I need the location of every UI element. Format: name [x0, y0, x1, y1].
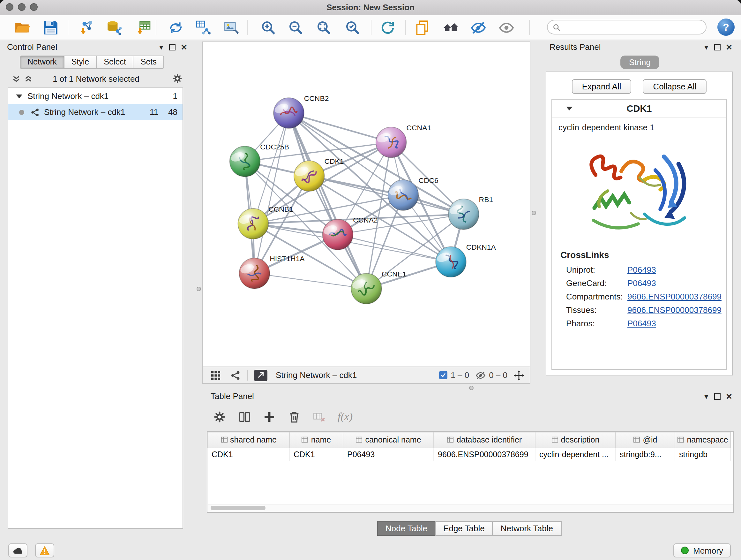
search-input[interactable] [564, 22, 701, 32]
collapse-entry-caret-icon[interactable] [566, 107, 572, 111]
open-session-button[interactable] [11, 18, 33, 37]
node-CCNA1[interactable] [376, 127, 407, 158]
float-panel-icon[interactable] [714, 44, 720, 51]
node-table[interactable]: shared namenamecanonical namedatabase id… [207, 431, 734, 513]
splitter-handle[interactable] [469, 386, 474, 390]
close-panel-icon[interactable]: × [181, 42, 187, 52]
node-CCNE1[interactable] [351, 273, 382, 304]
crosslink-value-link[interactable]: P06493 [627, 319, 656, 328]
duplicate-network-button[interactable] [411, 18, 433, 37]
node-CDC6[interactable] [388, 180, 418, 210]
splitter-handle[interactable] [532, 211, 536, 215]
node-RB1[interactable] [448, 199, 479, 230]
selected-counts: 1 – 0 [451, 370, 469, 380]
edge-CCNB2-HIST1H1A[interactable] [254, 113, 289, 273]
splitter-handle[interactable] [197, 287, 201, 291]
import-table-from-file-button[interactable] [132, 18, 154, 37]
collapse-all-button[interactable]: Collapse All [643, 79, 707, 94]
help-button[interactable]: ? [718, 18, 735, 36]
node-CDKN1A[interactable] [435, 246, 466, 277]
tab-network-table[interactable]: Network Table [492, 521, 561, 536]
toolbar-search[interactable] [547, 20, 706, 35]
panel-menu-icon[interactable]: ▾ [159, 42, 163, 53]
hide-selected-button[interactable] [467, 18, 489, 37]
cloud-status-button[interactable] [8, 543, 27, 557]
network-options-gear-icon[interactable] [172, 73, 183, 84]
node-table-body: CDK1CDK1P064939606.ENSP00000378699cyclin… [208, 448, 731, 461]
import-network-from-database-button[interactable] [103, 18, 125, 37]
expand-all-button[interactable]: Expand All [572, 79, 631, 94]
close-window-button[interactable] [6, 3, 13, 11]
show-columns-icon[interactable] [238, 411, 251, 423]
panel-menu-icon[interactable]: ▾ [704, 391, 708, 402]
column-header-namespace[interactable]: namespace [675, 432, 731, 448]
network-view-canvas[interactable]: CCNB2CCNA1CDC25BCDK1CDC6RB1CCNB1CCNA2CDK… [202, 42, 530, 367]
selection-indicator-checkbox[interactable] [439, 371, 448, 379]
column-header-id[interactable]: @id [616, 432, 675, 448]
zoom-selected-button[interactable] [341, 18, 363, 37]
new-network-from-selection-button[interactable] [165, 18, 186, 37]
import-network-from-file-button[interactable] [75, 18, 97, 37]
crosslink-value-link[interactable]: P06493 [627, 265, 656, 274]
node-CCNA2[interactable] [322, 219, 353, 250]
function-builder-button[interactable]: f(x) [338, 411, 353, 423]
column-header-description[interactable]: description [535, 432, 616, 448]
crosslink-value-link[interactable]: P06493 [627, 278, 656, 288]
show-all-button[interactable] [495, 18, 517, 37]
homes-button[interactable] [440, 18, 461, 37]
zoom-out-button[interactable] [285, 18, 307, 37]
column-type-icon [220, 436, 227, 443]
open-in-new-window-button[interactable] [254, 369, 267, 381]
network-row[interactable]: String Network – cdk1 11 48 [8, 104, 183, 120]
tab-sets[interactable]: Sets [133, 56, 164, 69]
network-icon [30, 108, 40, 117]
node-CDC25B[interactable] [229, 146, 260, 177]
apply-preferred-layout-button[interactable] [377, 18, 398, 37]
tab-edge-table[interactable]: Edge Table [435, 521, 493, 536]
minimize-window-button[interactable] [18, 3, 25, 11]
crosslink-row-compartments: Compartments:9606.ENSP00000378699 [552, 290, 726, 303]
zoom-in-button[interactable] [257, 18, 279, 37]
save-session-button[interactable] [40, 18, 61, 37]
column-header-name[interactable]: name [289, 432, 343, 448]
crosslink-value-link[interactable]: 9606.ENSP00000378699 [627, 292, 722, 301]
export-image-button[interactable] [220, 18, 242, 37]
tab-string[interactable]: String [620, 56, 660, 69]
table-options-gear-icon[interactable] [213, 411, 226, 423]
node-CCNB1[interactable] [238, 208, 268, 239]
collapse-caret-icon[interactable] [16, 94, 22, 98]
crosslink-value-link[interactable]: 9606.ENSP00000378699 [627, 305, 722, 315]
float-panel-icon[interactable] [714, 393, 720, 400]
float-panel-icon[interactable] [169, 44, 175, 51]
horizontal-scrollbar[interactable] [208, 504, 733, 511]
node-CDK1[interactable] [294, 161, 325, 192]
hidden-eye-slash-icon[interactable] [475, 370, 486, 380]
zoom-window-button[interactable] [30, 3, 38, 11]
memory-button[interactable]: Memory [673, 543, 731, 557]
pan-crosshair-icon[interactable] [514, 370, 524, 380]
close-panel-icon[interactable]: × [726, 391, 732, 401]
node-CCNB2[interactable] [273, 98, 304, 128]
add-column-icon[interactable] [263, 411, 276, 423]
grid-view-icon[interactable] [211, 370, 221, 380]
tab-style[interactable]: Style [64, 56, 97, 69]
network-collection-row[interactable]: String Network – cdk1 1 [8, 88, 183, 104]
delete-column-trash-icon[interactable] [288, 411, 300, 423]
tab-select[interactable]: Select [96, 56, 134, 69]
tab-network[interactable]: Network [20, 56, 64, 69]
create-network-table-button[interactable] [192, 18, 214, 37]
column-header-database-identifier[interactable]: database identifier [434, 432, 535, 448]
warnings-button[interactable] [35, 543, 54, 557]
column-header-canonical-name[interactable]: canonical name [343, 432, 434, 448]
tab-node-table[interactable]: Node Table [377, 521, 435, 536]
table-row[interactable]: CDK1CDK1P064939606.ENSP00000378699cyclin… [208, 448, 731, 461]
close-panel-icon[interactable]: × [726, 42, 732, 52]
edge-HIST1H1A-CCNE1[interactable] [254, 273, 366, 289]
node-HIST1H1A[interactable] [239, 258, 270, 289]
zoom-fit-button[interactable] [313, 18, 334, 37]
column-header-shared-name[interactable]: shared name [208, 432, 289, 448]
scrollbar-thumb[interactable] [211, 506, 266, 510]
table-cell: stringdb:9... [616, 448, 675, 461]
panel-menu-icon[interactable]: ▾ [704, 42, 708, 53]
birds-eye-view-icon[interactable] [230, 370, 241, 380]
